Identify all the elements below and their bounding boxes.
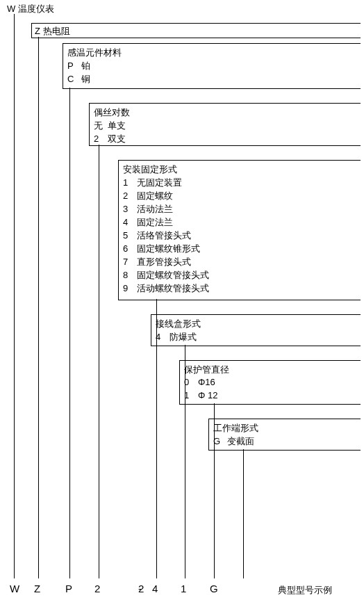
model-symbol-l7: 1: [181, 583, 186, 594]
model-symbol-l6: 4: [152, 583, 158, 594]
model-symbol-l4: 2: [94, 583, 100, 594]
footer-label: 典型型号示例: [278, 584, 332, 597]
option-code: G: [213, 436, 227, 446]
level-title-l2: Z 热电阻: [35, 25, 70, 38]
option-desc: 活动螺纹管接头式: [137, 283, 209, 293]
option-desc: 无固定装置: [137, 177, 182, 188]
option-code: 5: [123, 230, 137, 241]
connector-line-l3: [69, 88, 70, 578]
option-row: 2固定螺纹: [123, 190, 173, 202]
option-row: P铂: [67, 60, 90, 72]
option-row: 8固定螺纹管接头式: [123, 269, 209, 282]
option-desc: 直形管接头式: [137, 257, 191, 267]
option-desc: 固定螺纹: [137, 190, 173, 201]
option-desc: Φ16: [198, 377, 215, 387]
option-code: P: [67, 60, 81, 71]
level-box-l7: 工作端形式G变截面: [208, 419, 361, 451]
option-row: 4防爆式: [156, 331, 197, 343]
model-symbol-l2: Z: [34, 583, 40, 594]
option-row: 1Φ 12: [184, 390, 217, 400]
option-desc: 变截面: [227, 436, 254, 446]
option-desc: 单支: [108, 120, 126, 131]
option-code: 4: [123, 217, 137, 227]
option-code: 7: [123, 257, 137, 267]
model-symbol-l8: G: [210, 583, 218, 594]
option-code: C: [67, 74, 81, 84]
level-box-l1: [31, 23, 361, 38]
option-desc: 防爆式: [169, 332, 197, 342]
option-desc: 固定螺纹管接头式: [137, 270, 209, 280]
option-code: 0: [184, 377, 198, 387]
connector-line-l1: [14, 14, 15, 578]
option-code: 1: [184, 390, 198, 400]
level-box-l4: 安装固定形式1无固定装置2固定螺纹3活动法兰4固定法兰5活络管接头式6固定螺纹锥…: [118, 160, 361, 300]
option-row: 9活动螺纹管接头式: [123, 282, 209, 295]
option-code: 无: [94, 120, 108, 132]
model-symbol-l5: 2: [138, 583, 144, 594]
connector-line-l7: [214, 403, 215, 578]
option-desc: 固定螺纹锥形式: [137, 243, 200, 254]
option-code: 4: [156, 332, 169, 342]
connector-line-l2: [38, 37, 39, 578]
option-title: 感温元件材料: [67, 47, 122, 59]
option-desc: 铜: [81, 74, 90, 84]
option-desc: 活络管接头式: [137, 230, 191, 241]
option-row: C铜: [67, 73, 90, 86]
option-row: 0Φ16: [184, 377, 215, 387]
option-title: 保护管直径: [184, 364, 229, 376]
option-code: 3: [123, 204, 137, 214]
option-title: 工作端形式: [213, 422, 258, 435]
option-desc: Φ 12: [198, 390, 217, 400]
option-title: 安装固定形式: [123, 163, 177, 176]
option-code: 8: [123, 270, 137, 280]
option-desc: 固定法兰: [137, 217, 173, 227]
option-row: 7直形管接头式: [123, 256, 191, 268]
level-box-l3: 偶丝对数无单支2双支: [89, 103, 361, 146]
option-code: 1: [123, 177, 137, 188]
level-box-l5: 接线盒形式4防爆式: [151, 314, 361, 346]
option-code: 2: [94, 133, 108, 144]
option-row: 6固定螺纹锥形式: [123, 243, 200, 255]
option-row: 5活络管接头式: [123, 229, 191, 242]
option-row: 无单支: [94, 120, 126, 132]
level-box-l6: 保护管直径0Φ161Φ 12: [179, 360, 361, 405]
option-title: 偶丝对数: [94, 106, 130, 119]
option-code: 9: [123, 283, 137, 293]
option-desc: 活动法兰: [137, 204, 173, 214]
connector-line-l4: [99, 145, 99, 578]
connector-line-l8: [243, 449, 244, 578]
option-row: 3活动法兰: [123, 203, 173, 216]
option-title: 接线盒形式: [156, 318, 201, 330]
model-symbol-l3: P: [65, 583, 72, 594]
option-code: 2: [123, 190, 137, 201]
model-symbol-l1: W: [10, 583, 19, 594]
connector-line-l6: [185, 345, 185, 578]
connector-line-l5: [156, 299, 157, 578]
option-row: G变截面: [213, 435, 254, 448]
option-desc: 双支: [108, 133, 126, 144]
level-box-l2: 感温元件材料P铂C铜: [63, 43, 361, 89]
option-row: 2双支: [94, 133, 126, 145]
option-desc: 铂: [81, 60, 90, 71]
option-row: 1无固定装置: [123, 177, 182, 189]
option-code: 6: [123, 243, 137, 254]
option-row: 4固定法兰: [123, 216, 173, 229]
